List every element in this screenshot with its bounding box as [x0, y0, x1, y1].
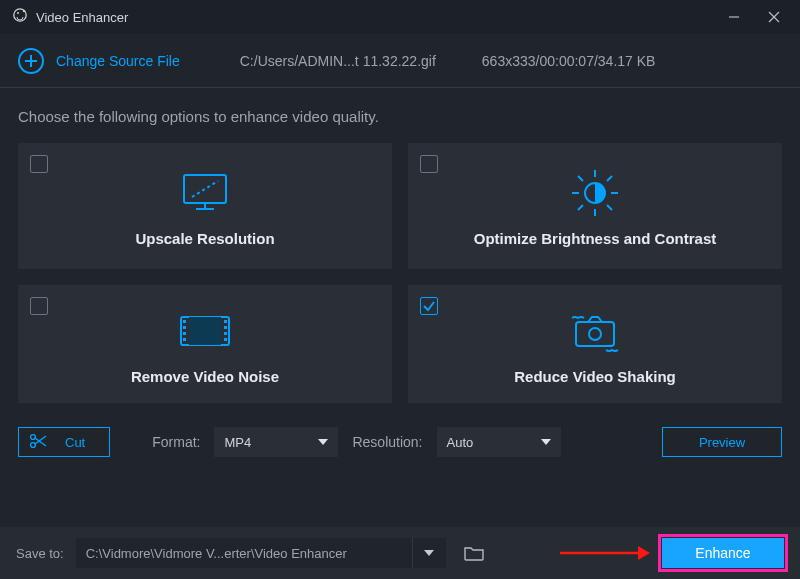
svg-point-34 [31, 442, 36, 447]
title-bar: Video Enhancer [0, 0, 800, 34]
resolution-label: Resolution: [352, 434, 422, 450]
annotation-arrow-icon [560, 543, 650, 563]
svg-point-2 [23, 10, 25, 12]
svg-rect-28 [224, 326, 227, 329]
card-label: Remove Video Noise [131, 368, 279, 385]
cut-button[interactable]: Cut [18, 427, 110, 457]
resolution-value: Auto [447, 435, 474, 450]
svg-rect-27 [224, 320, 227, 323]
svg-rect-31 [576, 322, 614, 346]
change-source-link[interactable]: Change Source File [56, 53, 180, 69]
svg-rect-25 [183, 332, 186, 335]
minimize-button[interactable] [714, 0, 754, 34]
svg-rect-26 [183, 338, 186, 341]
svg-point-1 [17, 12, 19, 14]
checkbox-shaking[interactable] [420, 297, 438, 315]
svg-rect-24 [183, 326, 186, 329]
svg-line-17 [578, 176, 583, 181]
source-row: Change Source File C:/Users/ADMIN...t 11… [0, 34, 800, 88]
svg-line-9 [192, 181, 218, 197]
source-path: C:/Users/ADMIN...t 11.32.22.gif [240, 53, 436, 69]
scissors-icon [29, 433, 47, 452]
close-button[interactable] [754, 0, 794, 34]
checkbox-noise[interactable] [30, 297, 48, 315]
preview-button[interactable]: Preview [662, 427, 782, 457]
controls-row: Cut Format: MP4 Resolution: Auto Preview [18, 427, 782, 457]
resolution-select[interactable]: Auto [437, 427, 561, 457]
svg-rect-22 [189, 317, 221, 345]
card-upscale-resolution[interactable]: Upscale Resolution [18, 143, 392, 269]
enhance-button-highlight: Enhance [662, 538, 784, 568]
chevron-down-icon [318, 439, 328, 445]
card-label: Reduce Video Shaking [514, 368, 675, 385]
svg-line-18 [607, 205, 612, 210]
card-label: Upscale Resolution [135, 230, 274, 247]
main-area: Choose the following options to enhance … [0, 108, 800, 457]
svg-rect-30 [224, 338, 227, 341]
svg-line-20 [578, 205, 583, 210]
save-path-field[interactable]: C:\Vidmore\Vidmore V...erter\Video Enhan… [76, 538, 446, 568]
brightness-icon [566, 166, 624, 220]
source-meta: 663x333/00:00:07/34.17 KB [482, 53, 656, 69]
card-brightness-contrast[interactable]: Optimize Brightness and Contrast [408, 143, 782, 269]
save-path-dropdown[interactable] [412, 538, 446, 568]
svg-rect-29 [224, 332, 227, 335]
save-path-text: C:\Vidmore\Vidmore V...erter\Video Enhan… [76, 546, 412, 561]
checkbox-upscale[interactable] [30, 155, 48, 173]
window-title: Video Enhancer [36, 10, 128, 25]
card-remove-noise[interactable]: Remove Video Noise [18, 285, 392, 403]
chevron-down-icon [424, 550, 434, 556]
camera-shake-icon [562, 304, 628, 358]
enhance-button[interactable]: Enhance [662, 538, 784, 568]
format-value: MP4 [224, 435, 251, 450]
enhance-options-grid: Upscale Resolution Optimize Brightness a… [18, 143, 782, 403]
checkbox-brightness[interactable] [420, 155, 438, 173]
chevron-down-icon [541, 439, 551, 445]
cut-label: Cut [65, 435, 85, 450]
svg-marker-38 [638, 546, 650, 560]
browse-folder-button[interactable] [458, 539, 490, 567]
instruction-text: Choose the following options to enhance … [18, 108, 782, 125]
svg-point-32 [589, 328, 601, 340]
svg-point-33 [31, 434, 36, 439]
app-logo-icon [12, 7, 28, 27]
format-label: Format: [152, 434, 200, 450]
footer-bar: Save to: C:\Vidmore\Vidmore V...erter\Vi… [0, 527, 800, 579]
card-reduce-shaking[interactable]: Reduce Video Shaking [408, 285, 782, 403]
svg-rect-8 [184, 175, 226, 203]
monitor-icon [176, 166, 234, 220]
card-label: Optimize Brightness and Contrast [474, 230, 717, 247]
svg-line-19 [607, 176, 612, 181]
format-select[interactable]: MP4 [214, 427, 338, 457]
save-to-label: Save to: [16, 546, 64, 561]
add-source-icon[interactable] [18, 48, 44, 74]
film-icon [175, 304, 235, 358]
svg-rect-23 [183, 320, 186, 323]
